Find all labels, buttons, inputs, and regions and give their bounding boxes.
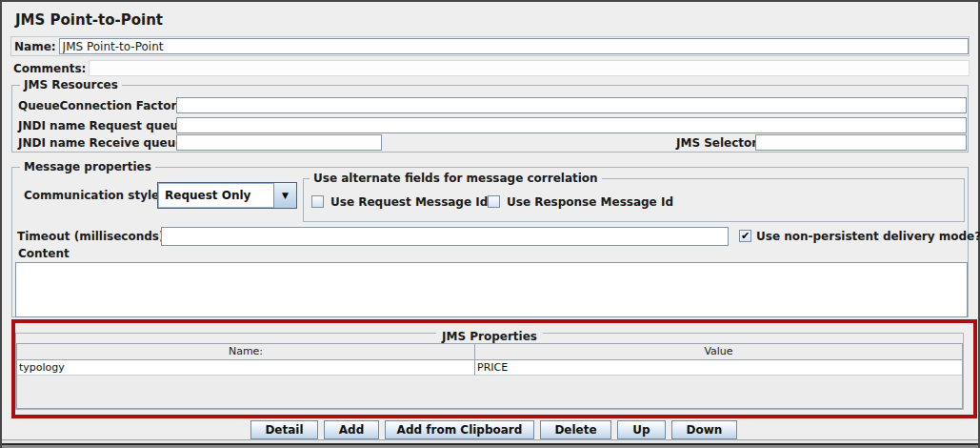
cell-value[interactable]: PRICE [475, 360, 962, 376]
timeout-input[interactable] [161, 227, 729, 246]
use-request-message-id-label: Use Request Message Id [330, 195, 488, 209]
communication-style-label: Communication style [24, 189, 159, 202]
column-header-value[interactable]: Value [475, 344, 962, 360]
correlation-group: Use alternate fields for message correla… [303, 178, 965, 222]
jms-selector-input[interactable] [755, 134, 967, 151]
jndi-request-queue-input[interactable] [176, 117, 967, 133]
non-persistent-checkbox[interactable]: ✔ [739, 230, 751, 242]
down-button[interactable]: Down [671, 420, 737, 439]
content-textarea[interactable] [15, 262, 968, 317]
page-title: JMS Point-to-Point [15, 11, 163, 29]
use-request-message-id-checkbox[interactable] [311, 195, 324, 208]
delete-button[interactable]: Delete [540, 420, 611, 439]
timeout-label: Timeout (milliseconds) [17, 230, 164, 243]
use-response-message-id-checkbox[interactable] [488, 195, 500, 208]
cell-name[interactable]: typology [17, 360, 475, 376]
check-icon: ✔ [741, 231, 750, 241]
queue-connection-factory-label: QueueConnection Factory [18, 99, 184, 112]
add-button[interactable]: Add [324, 420, 379, 439]
queue-connection-factory-input[interactable] [176, 97, 967, 113]
content-label: Content [18, 247, 70, 260]
jndi-receive-queue-input[interactable] [176, 134, 382, 151]
detail-button[interactable]: Detail [250, 420, 318, 439]
message-properties-title: Message properties [20, 160, 155, 173]
use-response-message-id-label: Use Response Message Id [507, 195, 673, 209]
non-persistent-label: Use non-persistent delivery mode? [756, 230, 980, 243]
name-row: Name: [10, 36, 970, 56]
jms-resources-title: JMS Resources [20, 78, 122, 92]
table-row[interactable]: typology PRICE [17, 360, 962, 376]
message-properties-group: Message properties Communication style R… [11, 167, 969, 317]
correlation-group-title: Use alternate fields for message correla… [310, 172, 602, 185]
comments-row: Comments: [10, 59, 970, 77]
communication-style-value: Request Only [158, 183, 273, 208]
name-label: Name: [14, 40, 56, 53]
add-from-clipboard-button[interactable]: Add from Clipboard [385, 420, 534, 439]
up-button[interactable]: Up [617, 420, 666, 439]
jms-point-to-point-panel: JMS Point-to-Point Name: Comments: JMS R… [0, 0, 980, 448]
chevron-down-icon[interactable]: ▼ [273, 183, 296, 208]
table-button-row: Detail Add Add from Clipboard Delete Up … [250, 420, 737, 439]
jms-properties-panel-title: JMS Properties [16, 326, 963, 344]
jms-properties-panel: JMS Properties Name: Value typology PRIC… [15, 333, 964, 410]
comments-label: Comments: [13, 62, 86, 75]
jms-selector-label: JMS Selector [676, 136, 757, 150]
column-header-name[interactable]: Name: [17, 344, 475, 360]
jndi-receive-queue-label: JNDI name Receive queue [18, 136, 183, 150]
table-header-row: Name: Value [17, 344, 962, 360]
comments-input[interactable] [89, 60, 970, 76]
communication-style-select[interactable]: Request Only ▼ [157, 182, 297, 209]
jms-resources-group: JMS Resources QueueConnection Factory JN… [11, 85, 969, 153]
name-input[interactable] [59, 38, 969, 54]
jms-properties-table: Name: Value typology PRICE [16, 343, 963, 409]
jndi-request-queue-label: JNDI name Request queue [18, 119, 186, 132]
